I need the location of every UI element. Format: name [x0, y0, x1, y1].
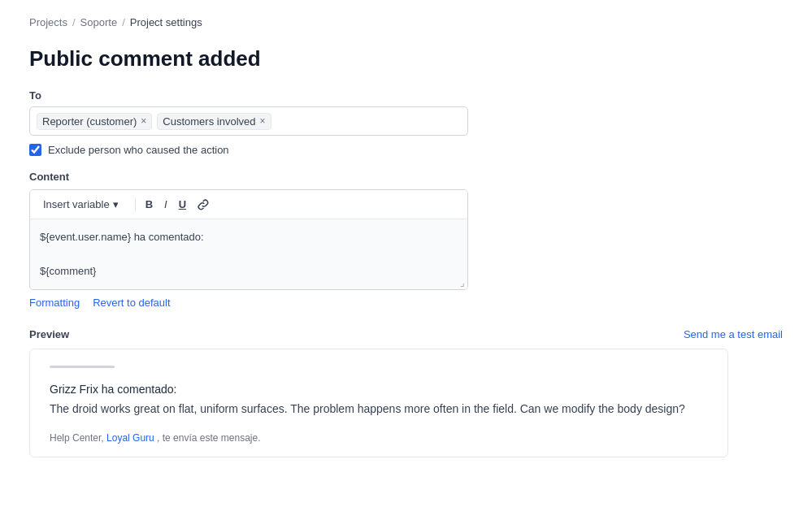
breadcrumb-projects[interactable]: Projects — [29, 16, 67, 28]
tag-reporter-remove[interactable]: × — [141, 116, 146, 126]
exclude-checkbox-label[interactable]: Exclude person who caused the action — [48, 144, 229, 156]
preview-main-text: Grizz Frix ha comentado: — [50, 383, 708, 396]
tag-reporter: Reporter (customer) × — [37, 113, 152, 130]
formatting-button[interactable]: Formatting — [29, 297, 80, 309]
page-title: Public comment added — [29, 46, 783, 72]
breadcrumb-sep-1: / — [72, 16, 76, 28]
editor-container: Insert variable ▾ B I U ${event.user.nam… — [29, 189, 468, 290]
preview-body-text: The droid works great on flat, uniform s… — [50, 401, 708, 418]
insert-variable-chevron: ▾ — [113, 198, 119, 210]
breadcrumb-soporte[interactable]: Soporte — [80, 16, 118, 28]
tag-customers-involved-remove[interactable]: × — [259, 116, 265, 126]
insert-variable-label: Insert variable — [43, 198, 110, 210]
editor-actions: Formatting Revert to default — [29, 297, 783, 309]
preview-header: Preview Send me a test email — [29, 328, 783, 340]
revert-to-default-button[interactable]: Revert to default — [93, 297, 170, 309]
to-input-field[interactable]: Reporter (customer) × Customers involved… — [29, 106, 468, 136]
preview-footer-suffix: , te envía este mensaje. — [157, 432, 260, 444]
toolbar-link-button[interactable] — [193, 196, 214, 214]
content-label: Content — [29, 171, 783, 183]
breadcrumb-sep-2: / — [122, 16, 125, 28]
tag-customers-involved: Customers involved × — [157, 113, 271, 130]
tag-reporter-label: Reporter (customer) — [42, 115, 137, 128]
editor-toolbar: Insert variable ▾ B I U — [30, 190, 467, 219]
preview-footer: Help Center, Loyal Guru , te envía este … — [50, 432, 708, 444]
breadcrumb: Projects / Soporte / Project settings — [29, 16, 783, 28]
tag-customers-involved-label: Customers involved — [163, 115, 255, 128]
exclude-checkbox-row: Exclude person who caused the action — [29, 144, 783, 156]
breadcrumb-project-settings: Project settings — [130, 16, 202, 28]
editor-body[interactable]: ${event.user.name} ha comentado: ${comme… — [30, 219, 467, 289]
send-test-email-button[interactable]: Send me a test email — [684, 328, 783, 340]
preview-box: Grizz Frix ha comentado: The droid works… — [29, 349, 728, 457]
preview-top-line — [50, 366, 115, 368]
editor-line-2: ${comment} — [40, 263, 458, 280]
toolbar-bold-button[interactable]: B — [141, 195, 158, 214]
toolbar-underline-button[interactable]: U — [174, 195, 191, 214]
insert-variable-button[interactable]: Insert variable ▾ — [37, 195, 125, 214]
preview-footer-prefix: Help Center, — [50, 432, 104, 444]
link-icon — [198, 199, 209, 210]
editor-line-1: ${event.user.name} ha comentado: — [40, 229, 458, 246]
toolbar-divider-1 — [135, 197, 136, 212]
exclude-checkbox[interactable] — [29, 144, 41, 156]
toolbar-italic-button[interactable]: I — [159, 195, 172, 214]
preview-label: Preview — [29, 328, 69, 340]
preview-footer-link[interactable]: Loyal Guru — [106, 432, 154, 444]
to-label: To — [29, 89, 783, 102]
editor-resize-handle: ⌟ — [460, 278, 465, 288]
